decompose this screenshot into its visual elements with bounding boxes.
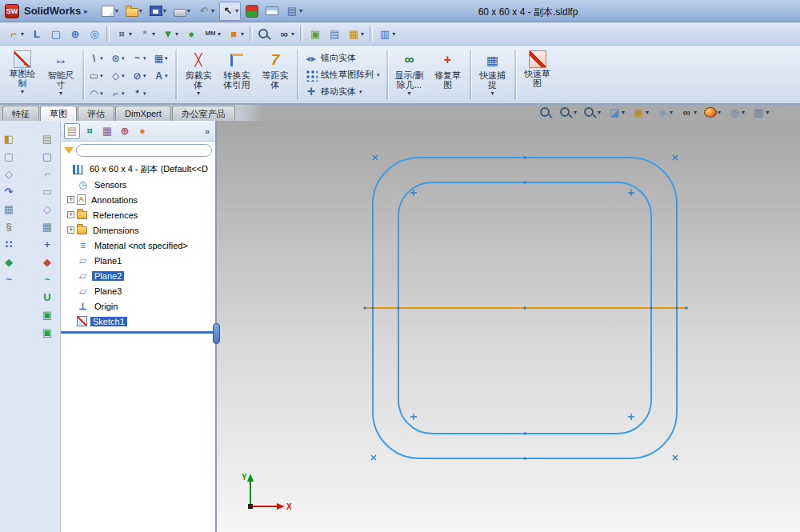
tab-office-products[interactable]: 办公室产品: [172, 106, 235, 121]
open-folder-icon[interactable]: [123, 2, 145, 21]
monitor-icon[interactable]: ▢: [47, 24, 65, 43]
new-document-icon[interactable]: [99, 2, 121, 21]
folder-green2-icon[interactable]: ▣: [39, 324, 59, 340]
revolve-icon[interactable]: ⌐: [39, 166, 59, 182]
tree-item-plane3[interactable]: ▱ Plane3: [61, 283, 215, 298]
curve-tool-icon[interactable]: ~: [1, 271, 21, 287]
tree-expander[interactable]: [67, 226, 74, 234]
task-pane-icon[interactable]: ▤: [283, 2, 305, 21]
layer-properties-icon[interactable]: ◧: [1, 130, 21, 146]
text-tool-icon[interactable]: A: [151, 67, 173, 85]
sketch-pattern-icon[interactable]: ▦: [151, 50, 173, 67]
table-icon[interactable]: ▥: [376, 24, 398, 43]
linear-sketch-pattern-button[interactable]: 线性草图阵列: [301, 66, 384, 83]
tree-expander[interactable]: [67, 211, 74, 218]
quick-snaps-button[interactable]: 快速捕捉: [474, 47, 512, 98]
tree-item-references[interactable]: References: [61, 207, 215, 222]
panel-splitter-grip[interactable]: [213, 323, 220, 344]
spline-u-icon[interactable]: U: [39, 289, 59, 305]
undo-icon[interactable]: ↶: [195, 2, 217, 21]
gear-icon[interactable]: ¤: [113, 24, 134, 43]
print-preview-icon[interactable]: ▤: [326, 24, 343, 43]
loft-icon[interactable]: ◇: [39, 201, 59, 217]
trim-entities-button[interactable]: 剪裁实体: [179, 47, 218, 98]
print-icon[interactable]: [171, 2, 193, 21]
zoom-fit-icon[interactable]: [538, 105, 555, 120]
hide-show-items-icon[interactable]: ∞: [678, 105, 699, 120]
tree-pane-splitter[interactable]: [61, 331, 215, 334]
offset-entities-button[interactable]: 等距实体: [256, 47, 294, 90]
image-icon[interactable]: ▣: [306, 24, 324, 43]
polygon-tool-icon[interactable]: ◇: [108, 67, 130, 85]
shell-icon[interactable]: ▦: [39, 218, 59, 234]
tab-dimxpert[interactable]: DimXpert: [115, 106, 171, 121]
save-icon[interactable]: [147, 2, 169, 21]
tree-item-plane1[interactable]: ▱ Plane1: [61, 253, 215, 268]
folder-green-icon[interactable]: ▣: [39, 306, 59, 322]
sweep-icon[interactable]: ▭: [39, 183, 59, 199]
extrude-icon[interactable]: ▢: [39, 148, 59, 164]
ellipse-tool-icon[interactable]: ⊘: [130, 67, 151, 85]
spline-tool-icon[interactable]: ~: [130, 50, 151, 67]
tree-root-item[interactable]: 60 x 60 x 4 - 副本 (Default<<D: [61, 162, 215, 177]
features-toolbar-icon[interactable]: ▤: [39, 130, 59, 146]
fillet-feature-icon[interactable]: +: [39, 236, 59, 252]
burst-icon[interactable]: *: [136, 24, 158, 43]
tree-item-material[interactable]: ≡ Material <not specified>: [61, 238, 215, 253]
mirror-entities-button[interactable]: 镜向实体: [301, 50, 384, 66]
rectangle-tool-icon[interactable]: ▭: [86, 67, 108, 85]
view-settings-icon[interactable]: ▥: [750, 105, 771, 120]
corner-l-icon[interactable]: L: [28, 24, 46, 43]
repair-sketch-button[interactable]: 修复草图: [429, 47, 467, 90]
tree-item-sensors[interactable]: ◷ Sensors: [61, 177, 215, 192]
apply-scene-icon[interactable]: ◎: [726, 105, 747, 120]
rapid-sketch-button[interactable]: 快速草图: [518, 47, 557, 89]
tree-item-plane2[interactable]: ▱ Plane2: [61, 268, 215, 283]
menu-expand-icon[interactable]: [84, 7, 88, 15]
options-window-icon[interactable]: [263, 2, 281, 21]
previous-view-icon[interactable]: [582, 105, 603, 120]
tree-item-origin[interactable]: ⊥ Origin: [61, 298, 215, 314]
display-style-icon[interactable]: ◆: [654, 105, 675, 120]
sketch-fillet-icon[interactable]: ◠: [86, 85, 108, 102]
smart-dimension-button[interactable]: 智能尺寸: [42, 47, 80, 98]
sketch-button[interactable]: 草图绘制: [3, 47, 42, 96]
rotate-view-icon[interactable]: ↷: [1, 183, 21, 199]
displaymanager-icon[interactable]: ●: [134, 123, 150, 139]
pattern-dots-icon[interactable]: ∷: [1, 236, 21, 252]
featuremanager-tree-icon[interactable]: ▤: [64, 123, 80, 139]
propertymanager-icon[interactable]: ¤: [82, 123, 98, 139]
zoom-area-icon[interactable]: [558, 105, 579, 120]
plane-tool-icon[interactable]: ◇: [1, 166, 21, 182]
wave-icon[interactable]: ~: [39, 271, 59, 287]
annotation-tool-icon[interactable]: §: [1, 218, 21, 234]
globe-icon[interactable]: ◎: [86, 24, 103, 43]
rebuild-traffic-icon[interactable]: [243, 2, 261, 21]
rib-icon[interactable]: ◆: [39, 254, 59, 270]
section-view-icon[interactable]: ◪: [606, 105, 627, 120]
dimxpertmanager-icon[interactable]: ⊕: [117, 123, 133, 139]
configurationmanager-icon[interactable]: ▦: [99, 123, 115, 139]
edit-appearance-icon[interactable]: [702, 105, 723, 120]
shield-icon[interactable]: ▼: [159, 24, 181, 43]
tab-evaluate[interactable]: 评估: [78, 106, 114, 121]
team-icon[interactable]: ⊕: [66, 24, 84, 43]
status-ok-icon[interactable]: ●: [182, 24, 200, 43]
move-entities-button[interactable]: 移动实体: [301, 83, 384, 100]
circle-tool-icon[interactable]: ⊙: [108, 50, 130, 67]
tree-item-annotations[interactable]: A Annotations: [61, 192, 215, 207]
panel-overflow-chevron[interactable]: »: [202, 126, 212, 136]
tree-item-dimensions[interactable]: Dimensions: [61, 222, 215, 238]
binoculars-icon[interactable]: ∞: [275, 24, 297, 43]
tab-features[interactable]: 特征: [2, 106, 39, 121]
display-delete-relations-button[interactable]: 显示/删除几...: [390, 47, 429, 98]
tree-item-sketch1[interactable]: Sketch1: [61, 314, 215, 329]
units-mm-icon[interactable]: MM: [202, 24, 223, 43]
sketch-chamfer-icon[interactable]: ⌐: [108, 85, 130, 102]
magnifier-icon[interactable]: [256, 24, 274, 43]
select-cursor-icon[interactable]: ↖: [219, 2, 241, 21]
report-icon[interactable]: ▦: [345, 24, 366, 43]
sketch-tool-icon[interactable]: ⌐: [5, 24, 26, 43]
tab-sketch[interactable]: 草图: [40, 106, 77, 121]
box-orange-icon[interactable]: ■: [225, 24, 246, 43]
